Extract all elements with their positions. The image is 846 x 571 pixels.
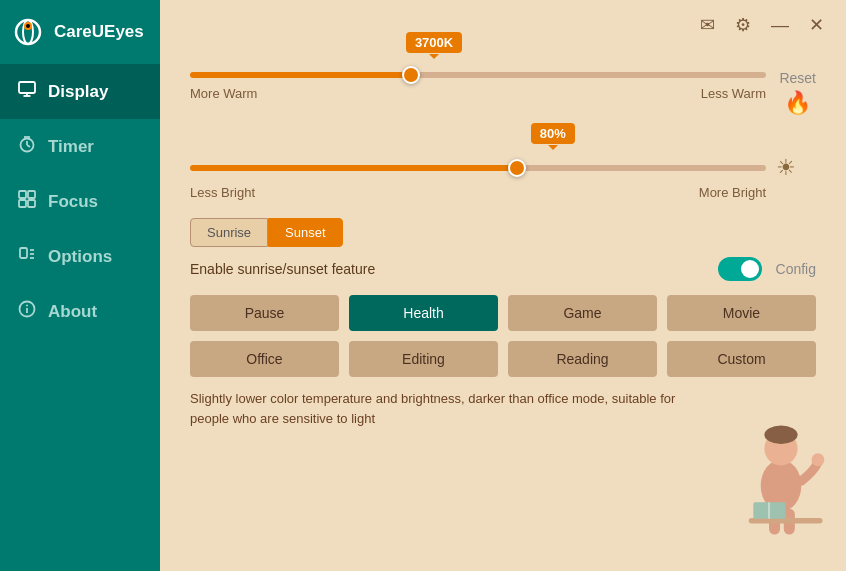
reset-area: Reset 🔥 [779,70,816,116]
mode-game-button[interactable]: Game [508,295,657,331]
mode-movie-button[interactable]: Movie [667,295,816,331]
options-icon [18,245,36,268]
sidebar-item-options-label: Options [48,247,112,267]
sunrise-sunset-section: Sunrise Sunset [190,218,816,247]
sidebar-item-about-label: About [48,302,97,322]
svg-rect-27 [784,509,795,535]
temp-bubble-wrapper: 3700K [190,32,816,62]
svg-rect-29 [753,502,785,519]
app-title: CareUEyes [54,22,144,42]
svg-point-3 [26,24,30,28]
svg-rect-13 [19,200,26,207]
about-icon [18,300,36,323]
temperature-slider[interactable] [190,72,766,78]
brightness-slider[interactable] [190,165,766,171]
app-header: CareUEyes [0,0,160,64]
enable-label: Enable sunrise/sunset feature [190,261,375,277]
sidebar-item-display[interactable]: Display [0,64,160,119]
sidebar-item-timer[interactable]: Timer [0,119,160,174]
temperature-slider-section: 3700K More Warm Less Warm [190,32,816,101]
svg-rect-14 [28,200,35,207]
bright-bubble-wrapper: 80% [190,123,816,153]
svg-point-24 [764,426,797,444]
brightness-slider-section: 80% ☀ Less Bright More Bright [190,123,816,200]
mode-editing-button[interactable]: Editing [349,341,498,377]
bright-value-bubble: 80% [531,123,575,144]
sidebar-item-options[interactable]: Options [0,229,160,284]
focus-icon [18,190,36,213]
mode-pause-button[interactable]: Pause [190,295,339,331]
sunrise-button[interactable]: Sunrise [190,218,268,247]
svg-point-21 [26,305,28,307]
sidebar-item-focus-label: Focus [48,192,98,212]
reset-link[interactable]: Reset [779,70,816,86]
sidebar-item-about[interactable]: About [0,284,160,339]
svg-rect-28 [749,518,823,524]
more-warm-label: More Warm [190,86,257,101]
sidebar-item-timer-label: Timer [48,137,94,157]
sidebar: CareUEyes Display Timer Focus Options Ab… [0,0,160,571]
svg-point-22 [761,460,802,512]
mode-description: Slightly lower color temperature and bri… [190,389,710,428]
sunset-button[interactable]: Sunset [268,218,342,247]
mode-buttons: Pause Health Game Movie Office Editing R… [190,295,816,377]
decorative-figure [726,421,836,541]
sidebar-item-focus[interactable]: Focus [0,174,160,229]
app-logo-icon [12,16,44,48]
temp-slider-labels: More Warm Less Warm [190,86,766,101]
temp-value-bubble: 3700K [406,32,462,53]
mode-health-button[interactable]: Health [349,295,498,331]
less-warm-label: Less Warm [701,86,766,101]
svg-line-9 [27,145,30,147]
svg-rect-4 [19,82,35,93]
less-bright-label: Less Bright [190,185,255,200]
timer-icon [18,135,36,158]
enable-right: Config [718,257,816,281]
mode-reading-button[interactable]: Reading [508,341,657,377]
svg-rect-26 [769,509,780,535]
enable-toggle[interactable] [718,257,762,281]
svg-rect-11 [19,191,26,198]
mode-custom-button[interactable]: Custom [667,341,816,377]
sidebar-item-display-label: Display [48,82,108,102]
svg-point-25 [811,453,824,466]
more-bright-label: More Bright [699,185,766,200]
brightness-icon: ☀ [776,155,796,181]
display-icon [18,80,36,103]
main-panel: ✉ ⚙ — ✕ Reset 🔥 3700K More Warm Less War… [160,0,846,571]
mode-office-button[interactable]: Office [190,341,339,377]
bright-slider-row: ☀ [190,155,816,181]
enable-row: Enable sunrise/sunset feature Config [190,257,816,281]
svg-rect-12 [28,191,35,198]
flame-icon: 🔥 [784,90,811,116]
bright-slider-labels: Less Bright More Bright [190,185,766,200]
svg-rect-15 [20,248,27,258]
svg-point-23 [764,432,797,465]
config-link[interactable]: Config [776,261,816,277]
